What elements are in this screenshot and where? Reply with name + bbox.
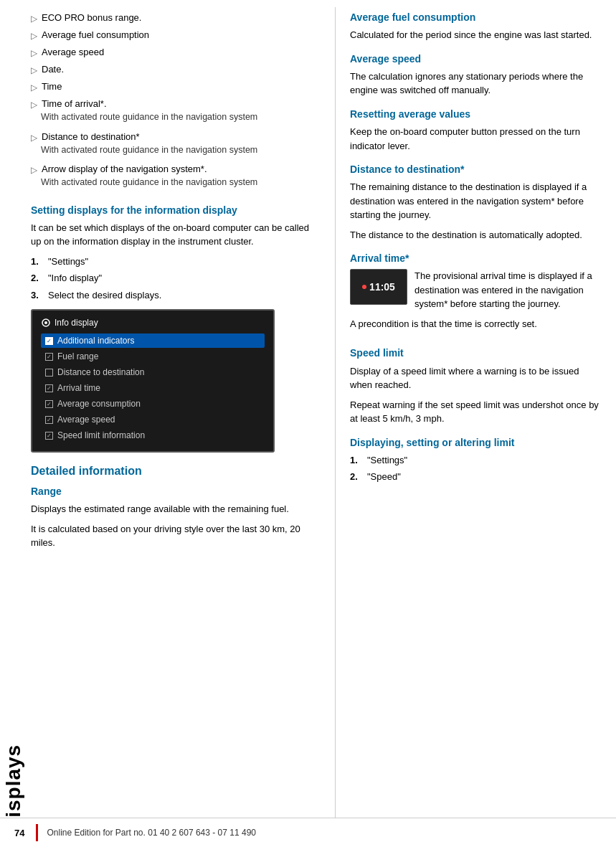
range-heading: Range bbox=[31, 485, 322, 498]
arrival-body1: The provisional arrival time is displaye… bbox=[414, 269, 603, 311]
step-number: 2. bbox=[31, 271, 42, 285]
step-text: "Info display" bbox=[48, 271, 102, 285]
list-item-text: ECO PRO bonus range. bbox=[42, 12, 141, 23]
step-item: 1. "Settings" bbox=[31, 255, 322, 269]
list-item-subtext: With activated route guidance in the nav… bbox=[31, 144, 257, 157]
range-body1: Displays the estimated range available w… bbox=[31, 502, 322, 516]
avg-speed-body: The calculation ignores any stationary p… bbox=[350, 70, 603, 98]
reset-heading: Resetting average values bbox=[350, 108, 603, 120]
arrow-icon: ▷ bbox=[31, 81, 37, 94]
list-item: ▷ Time of arrival*. With activated route… bbox=[31, 97, 322, 127]
info-display-title: Info display bbox=[41, 318, 265, 328]
left-column: ▷ ECO PRO bonus range. ▷ Average fuel co… bbox=[27, 7, 336, 840]
arrow-icon: ▷ bbox=[31, 47, 37, 60]
list-item-subtext: With activated route guidance in the nav… bbox=[31, 111, 257, 124]
setting-displays-body: It can be set which displays of the on-b… bbox=[31, 221, 322, 249]
footer-bar-divider bbox=[36, 824, 38, 841]
speed-limit-body1: Display of a speed limit where a warning… bbox=[350, 364, 603, 392]
list-item-text: Date. bbox=[42, 64, 64, 75]
sidebar-label: Displays bbox=[0, 0, 27, 847]
svg-point-1 bbox=[44, 321, 47, 324]
list-item-text: Distance to destination* bbox=[42, 130, 140, 144]
gear-icon bbox=[41, 318, 51, 328]
right-column: Average fuel consumption Calculated for … bbox=[336, 7, 616, 840]
list-item-text: Average fuel consumption bbox=[42, 29, 149, 40]
menu-item-label: Additional indicators bbox=[57, 336, 134, 346]
avg-fuel-heading: Average fuel consumption bbox=[350, 11, 603, 24]
step-number: 3. bbox=[31, 288, 42, 303]
footer: 74 Online Edition for Part no. 01 40 2 6… bbox=[0, 818, 616, 847]
menu-item-distance[interactable]: ✓ Distance to destination bbox=[41, 365, 265, 379]
list-item-text: Arrow display of the navigation system*. bbox=[42, 162, 207, 176]
step-text: "Settings" bbox=[48, 255, 88, 269]
list-item: ▷ Date. bbox=[31, 62, 322, 77]
displaying-steps-list: 1. "Settings" 2. "Speed" bbox=[350, 453, 603, 484]
arrow-icon: ▷ bbox=[31, 131, 37, 144]
step-item: 2. "Info display" bbox=[31, 271, 322, 285]
arrow-icon: ▷ bbox=[31, 12, 37, 25]
step-text: "Settings" bbox=[367, 453, 407, 468]
list-item: ▷ Arrow display of the navigation system… bbox=[31, 162, 322, 192]
menu-item-consumption[interactable]: ✓ Average consumption bbox=[41, 397, 265, 411]
menu-item-speed[interactable]: ✓ Average speed bbox=[41, 412, 265, 427]
info-display-mockup: Info display ✓ Additional indicators ✓ F… bbox=[31, 309, 275, 453]
speed-limit-heading: Speed limit bbox=[350, 346, 603, 359]
checkbox-icon: ✓ bbox=[45, 400, 53, 408]
distance-body2: The distance to the destination is autom… bbox=[350, 228, 603, 242]
menu-item-label: Distance to destination bbox=[57, 367, 144, 377]
menu-item-fuel[interactable]: ✓ Fuel range bbox=[41, 349, 265, 364]
list-item: ▷ Average fuel consumption bbox=[31, 28, 322, 42]
checkbox-icon: ✓ bbox=[45, 432, 53, 440]
checkbox-icon: ✓ bbox=[45, 353, 53, 361]
displaying-heading: Displaying, setting or altering limit bbox=[350, 436, 603, 449]
footer-text: Online Edition for Part no. 01 40 2 607 … bbox=[47, 828, 256, 838]
avg-fuel-body: Calculated for the period since the engi… bbox=[350, 28, 603, 42]
reset-body: Keep the on-board computer button presse… bbox=[350, 125, 603, 153]
speed-limit-body2: Repeat warning if the set speed limit wa… bbox=[350, 398, 603, 426]
bullet-list: ▷ ECO PRO bonus range. ▷ Average fuel co… bbox=[31, 11, 322, 192]
setting-displays-heading: Setting displays for the information dis… bbox=[31, 204, 322, 217]
checkbox-icon: ✓ bbox=[45, 369, 53, 377]
avg-speed-heading: Average speed bbox=[350, 52, 603, 65]
step-item: 1. "Settings" bbox=[350, 453, 603, 468]
menu-item-label: Speed limit information bbox=[57, 430, 145, 440]
arrow-icon: ▷ bbox=[31, 164, 37, 176]
checkbox-icon: ✓ bbox=[45, 384, 53, 392]
page-wrapper: Displays ▷ ECO PRO bonus range. ▷ Averag… bbox=[0, 0, 616, 847]
distance-body1: The remaining distance to the destinatio… bbox=[350, 180, 603, 222]
step-number: 1. bbox=[31, 255, 42, 269]
list-item-subtext: With activated route guidance in the nav… bbox=[31, 176, 257, 189]
list-item-text: Average speed bbox=[42, 47, 104, 57]
arrival-dot-icon bbox=[362, 285, 366, 289]
step-number: 2. bbox=[350, 470, 361, 484]
list-item: ▷ Average speed bbox=[31, 45, 322, 60]
range-body2: It is calculated based on your driving s… bbox=[31, 522, 322, 550]
distance-heading: Distance to destination* bbox=[350, 163, 603, 176]
arrival-body2: A precondition is that the time is corre… bbox=[350, 317, 603, 331]
step-text: Select the desired displays. bbox=[48, 288, 161, 303]
list-item: ▷ Time bbox=[31, 80, 322, 94]
page-number: 74 bbox=[14, 828, 24, 838]
checkbox-icon: ✓ bbox=[45, 337, 53, 345]
list-item-text: Time bbox=[42, 81, 62, 92]
arrow-icon: ▷ bbox=[31, 64, 37, 77]
arrival-time-display: 11:05 bbox=[350, 269, 407, 305]
menu-item-additional[interactable]: ✓ Additional indicators bbox=[41, 333, 265, 348]
checkbox-icon: ✓ bbox=[45, 416, 53, 424]
menu-item-speed-limit[interactable]: ✓ Speed limit information bbox=[41, 428, 265, 443]
menu-item-arrival[interactable]: ✓ Arrival time bbox=[41, 381, 265, 395]
step-number: 1. bbox=[350, 453, 361, 468]
arrival-time-text: 11:05 bbox=[369, 281, 395, 293]
step-text: "Speed" bbox=[367, 470, 401, 484]
step-item: 3. Select the desired displays. bbox=[31, 288, 322, 303]
step-item: 2. "Speed" bbox=[350, 470, 603, 484]
content-area: ▷ ECO PRO bonus range. ▷ Average fuel co… bbox=[27, 0, 616, 847]
arrival-section: 11:05 The provisional arrival time is di… bbox=[350, 269, 603, 336]
arrow-icon: ▷ bbox=[31, 29, 37, 42]
setting-steps-list: 1. "Settings" 2. "Info display" 3. Selec… bbox=[31, 255, 322, 303]
menu-item-label: Fuel range bbox=[57, 351, 98, 361]
menu-item-label: Average consumption bbox=[57, 399, 141, 409]
list-item: ▷ Distance to destination* With activate… bbox=[31, 130, 322, 160]
detailed-information-heading: Detailed information bbox=[31, 464, 322, 479]
list-item: ▷ ECO PRO bonus range. bbox=[31, 11, 322, 25]
